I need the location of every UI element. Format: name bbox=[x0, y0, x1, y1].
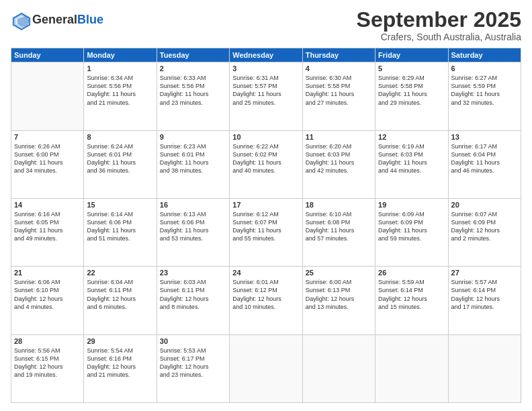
day-number: 7 bbox=[14, 133, 81, 141]
month-title: September 2025 bbox=[357, 8, 521, 32]
day-number: 12 bbox=[378, 133, 445, 141]
day-info: Sunrise: 6:29 AMSunset: 5:58 PMDaylight:… bbox=[378, 74, 445, 107]
day-number: 11 bbox=[306, 133, 372, 141]
calendar-cell: 16Sunrise: 6:13 AMSunset: 6:06 PMDayligh… bbox=[157, 198, 229, 266]
day-number: 1 bbox=[87, 64, 153, 73]
calendar-cell bbox=[448, 334, 521, 402]
week-row-4: 28Sunrise: 5:56 AMSunset: 6:15 PMDayligh… bbox=[11, 334, 521, 402]
day-number: 18 bbox=[306, 201, 372, 209]
day-number: 3 bbox=[232, 64, 299, 73]
day-number: 24 bbox=[232, 269, 299, 277]
calendar-cell: 28Sunrise: 5:56 AMSunset: 6:15 PMDayligh… bbox=[11, 334, 84, 402]
calendar-cell: 18Sunrise: 6:10 AMSunset: 6:08 PMDayligh… bbox=[302, 198, 375, 266]
day-number: 26 bbox=[378, 269, 445, 277]
calendar-cell: 1Sunrise: 6:34 AMSunset: 5:56 PMDaylight… bbox=[84, 62, 157, 130]
calendar-cell: 25Sunrise: 6:00 AMSunset: 6:13 PMDayligh… bbox=[302, 267, 375, 334]
header: GeneralBlue September 2025 Crafers, Sout… bbox=[11, 8, 521, 42]
calendar-cell bbox=[11, 62, 84, 130]
calendar-cell: 12Sunrise: 6:19 AMSunset: 6:03 PMDayligh… bbox=[375, 130, 448, 198]
calendar-cell: 13Sunrise: 6:17 AMSunset: 6:04 PMDayligh… bbox=[448, 130, 521, 198]
day-number: 29 bbox=[87, 337, 153, 345]
day-info: Sunrise: 5:54 AMSunset: 6:16 PMDaylight:… bbox=[87, 347, 153, 379]
calendar-cell: 14Sunrise: 6:16 AMSunset: 6:05 PMDayligh… bbox=[11, 198, 84, 266]
day-number: 17 bbox=[232, 201, 299, 209]
day-number: 28 bbox=[14, 337, 81, 345]
col-header-saturday: Saturday bbox=[448, 48, 521, 62]
calendar-cell bbox=[230, 334, 302, 402]
day-info: Sunrise: 6:07 AMSunset: 6:09 PMDaylight:… bbox=[451, 210, 518, 243]
week-row-3: 21Sunrise: 6:06 AMSunset: 6:10 PMDayligh… bbox=[11, 267, 521, 334]
day-number: 25 bbox=[306, 269, 372, 277]
day-info: Sunrise: 6:33 AMSunset: 5:56 PMDaylight:… bbox=[160, 74, 226, 107]
day-number: 19 bbox=[378, 201, 445, 209]
col-header-sunday: Sunday bbox=[11, 48, 84, 62]
calendar-cell: 6Sunrise: 6:27 AMSunset: 5:59 PMDaylight… bbox=[448, 62, 521, 130]
calendar-cell bbox=[375, 334, 448, 402]
day-number: 4 bbox=[306, 64, 372, 73]
calendar-cell: 19Sunrise: 6:09 AMSunset: 6:09 PMDayligh… bbox=[375, 198, 448, 266]
calendar-cell: 2Sunrise: 6:33 AMSunset: 5:56 PMDaylight… bbox=[157, 62, 229, 130]
day-number: 15 bbox=[87, 201, 153, 209]
day-info: Sunrise: 5:53 AMSunset: 6:17 PMDaylight:… bbox=[160, 347, 226, 379]
calendar-cell: 5Sunrise: 6:29 AMSunset: 5:58 PMDaylight… bbox=[375, 62, 448, 130]
day-info: Sunrise: 6:34 AMSunset: 5:56 PMDaylight:… bbox=[87, 74, 153, 107]
day-number: 9 bbox=[160, 133, 226, 141]
day-info: Sunrise: 6:24 AMSunset: 6:01 PMDaylight:… bbox=[87, 142, 153, 175]
day-info: Sunrise: 6:04 AMSunset: 6:11 PMDaylight:… bbox=[87, 278, 153, 311]
day-info: Sunrise: 6:14 AMSunset: 6:06 PMDaylight:… bbox=[87, 210, 153, 243]
calendar-cell: 17Sunrise: 6:12 AMSunset: 6:07 PMDayligh… bbox=[230, 198, 302, 266]
day-info: Sunrise: 5:56 AMSunset: 6:15 PMDaylight:… bbox=[14, 347, 81, 379]
day-info: Sunrise: 6:03 AMSunset: 6:11 PMDaylight:… bbox=[160, 278, 226, 311]
calendar-cell bbox=[302, 334, 375, 402]
day-info: Sunrise: 6:26 AMSunset: 6:00 PMDaylight:… bbox=[14, 142, 81, 175]
header-row: SundayMondayTuesdayWednesdayThursdayFrid… bbox=[11, 48, 521, 62]
week-row-2: 14Sunrise: 6:16 AMSunset: 6:05 PMDayligh… bbox=[11, 198, 521, 266]
day-number: 8 bbox=[87, 133, 153, 141]
day-number: 20 bbox=[451, 201, 518, 209]
calendar-cell: 29Sunrise: 5:54 AMSunset: 6:16 PMDayligh… bbox=[84, 334, 157, 402]
calendar-cell: 9Sunrise: 6:23 AMSunset: 6:01 PMDaylight… bbox=[157, 130, 229, 198]
day-info: Sunrise: 6:23 AMSunset: 6:01 PMDaylight:… bbox=[160, 142, 226, 175]
calendar-cell: 11Sunrise: 6:20 AMSunset: 6:03 PMDayligh… bbox=[302, 130, 375, 198]
logo-text: GeneralBlue bbox=[32, 13, 103, 27]
day-number: 21 bbox=[14, 269, 81, 277]
day-info: Sunrise: 6:30 AMSunset: 5:58 PMDaylight:… bbox=[306, 74, 372, 107]
calendar-cell: 15Sunrise: 6:14 AMSunset: 6:06 PMDayligh… bbox=[84, 198, 157, 266]
day-number: 14 bbox=[14, 201, 81, 209]
day-info: Sunrise: 5:59 AMSunset: 6:14 PMDaylight:… bbox=[378, 278, 445, 311]
day-number: 22 bbox=[87, 269, 153, 277]
day-info: Sunrise: 6:17 AMSunset: 6:04 PMDaylight:… bbox=[451, 142, 518, 175]
day-info: Sunrise: 6:13 AMSunset: 6:06 PMDaylight:… bbox=[160, 210, 226, 243]
calendar-cell: 4Sunrise: 6:30 AMSunset: 5:58 PMDaylight… bbox=[302, 62, 375, 130]
calendar-cell: 30Sunrise: 5:53 AMSunset: 6:17 PMDayligh… bbox=[157, 334, 229, 402]
logo: GeneralBlue bbox=[11, 11, 103, 30]
day-info: Sunrise: 6:31 AMSunset: 5:57 PMDaylight:… bbox=[232, 74, 299, 107]
day-info: Sunrise: 6:16 AMSunset: 6:05 PMDaylight:… bbox=[14, 210, 81, 243]
calendar-cell: 27Sunrise: 5:57 AMSunset: 6:14 PMDayligh… bbox=[448, 267, 521, 334]
day-info: Sunrise: 6:01 AMSunset: 6:12 PMDaylight:… bbox=[232, 278, 299, 311]
day-info: Sunrise: 6:00 AMSunset: 6:13 PMDaylight:… bbox=[306, 278, 372, 311]
day-number: 2 bbox=[160, 64, 226, 73]
calendar-table: SundayMondayTuesdayWednesdayThursdayFrid… bbox=[11, 48, 521, 403]
logo-blue: Blue bbox=[77, 13, 103, 26]
title-area: September 2025 Crafers, South Australia,… bbox=[357, 8, 521, 42]
calendar-cell: 10Sunrise: 6:22 AMSunset: 6:02 PMDayligh… bbox=[230, 130, 302, 198]
calendar-cell: 21Sunrise: 6:06 AMSunset: 6:10 PMDayligh… bbox=[11, 267, 84, 334]
day-info: Sunrise: 6:12 AMSunset: 6:07 PMDaylight:… bbox=[232, 210, 299, 243]
day-info: Sunrise: 6:22 AMSunset: 6:02 PMDaylight:… bbox=[232, 142, 299, 175]
calendar-cell: 24Sunrise: 6:01 AMSunset: 6:12 PMDayligh… bbox=[230, 267, 302, 334]
col-header-friday: Friday bbox=[375, 48, 448, 62]
col-header-tuesday: Tuesday bbox=[157, 48, 229, 62]
page: GeneralBlue September 2025 Crafers, Sout… bbox=[0, 0, 532, 411]
week-row-0: 1Sunrise: 6:34 AMSunset: 5:56 PMDaylight… bbox=[11, 62, 521, 130]
day-number: 16 bbox=[160, 201, 226, 209]
week-row-1: 7Sunrise: 6:26 AMSunset: 6:00 PMDaylight… bbox=[11, 130, 521, 198]
day-number: 30 bbox=[160, 337, 226, 345]
day-number: 6 bbox=[451, 64, 518, 73]
day-number: 23 bbox=[160, 269, 226, 277]
day-number: 27 bbox=[451, 269, 518, 277]
day-info: Sunrise: 6:06 AMSunset: 6:10 PMDaylight:… bbox=[14, 278, 81, 311]
day-number: 13 bbox=[451, 133, 518, 141]
calendar-cell: 3Sunrise: 6:31 AMSunset: 5:57 PMDaylight… bbox=[230, 62, 302, 130]
calendar-cell: 8Sunrise: 6:24 AMSunset: 6:01 PMDaylight… bbox=[84, 130, 157, 198]
